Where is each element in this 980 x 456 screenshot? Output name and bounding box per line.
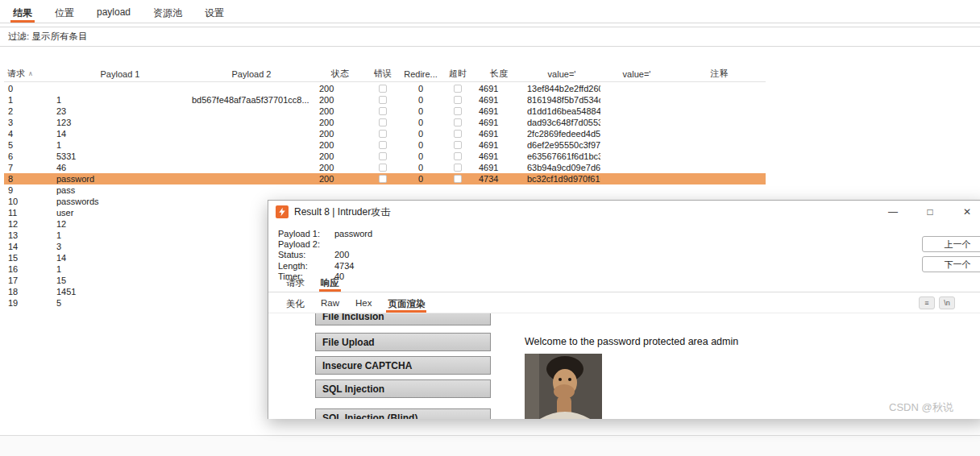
popup-titlebar[interactable]: Result 8 | Intruder攻击 — □ ✕ xyxy=(268,201,980,223)
dvwa-menu-button[interactable]: File Inclusion xyxy=(315,313,491,325)
column-header[interactable]: Payload 2 xyxy=(188,66,315,81)
error-checkbox[interactable] xyxy=(379,141,387,149)
length-cell: 4691 xyxy=(475,83,523,94)
error-checkbox-cell xyxy=(365,83,401,94)
newline-toggle-icon[interactable]: \n xyxy=(939,296,955,309)
tab-hex[interactable]: Hex xyxy=(347,292,380,313)
redirect-cell: 0 xyxy=(401,94,441,106)
table-row[interactable]: 5120004691d6ef2e95550c3f979b... xyxy=(4,139,766,151)
length-cell: 4691 xyxy=(475,162,523,173)
error-checkbox[interactable] xyxy=(379,96,387,104)
payload1-cell: 123 xyxy=(52,117,188,128)
table-row[interactable]: 9pass xyxy=(4,184,766,196)
payload1-cell: 14 xyxy=(52,252,188,263)
column-header[interactable]: 超时 xyxy=(441,66,475,81)
timeout-checkbox[interactable] xyxy=(454,152,462,160)
length-cell: 4691 xyxy=(475,106,523,117)
value1-cell: 13ef844b2e2ffd2607... xyxy=(523,83,600,94)
comment-cell xyxy=(673,162,766,173)
tab-settings[interactable]: 设置 xyxy=(193,0,235,23)
column-header[interactable]: value=' xyxy=(600,66,673,81)
error-checkbox[interactable] xyxy=(379,85,387,93)
timeout-checkbox[interactable] xyxy=(454,130,462,138)
timeout-checkbox[interactable] xyxy=(454,175,462,183)
payload1-cell: 5331 xyxy=(52,151,188,162)
table-row[interactable]: 11bd567fe48af7aa5f37701cc8...20004691816… xyxy=(4,94,766,106)
timeout-checkbox-cell xyxy=(441,139,475,151)
previous-result-button[interactable]: 上一个 xyxy=(922,236,980,252)
payload2-cell xyxy=(188,106,315,117)
tab-render[interactable]: 页面渲染 xyxy=(380,292,433,313)
status-cell xyxy=(315,184,365,196)
maximize-button[interactable]: □ xyxy=(911,201,949,223)
tab-payloads[interactable]: payload xyxy=(85,0,142,23)
wrap-lines-icon[interactable]: ≡ xyxy=(919,296,935,309)
error-checkbox[interactable] xyxy=(379,130,387,138)
close-button[interactable]: ✕ xyxy=(949,201,980,223)
format-icon-group: ≡ \n xyxy=(915,292,955,313)
dvwa-menu-button[interactable]: File Upload xyxy=(315,333,491,351)
tab-pretty[interactable]: 美化 xyxy=(278,292,313,313)
table-row[interactable]: 312320004691dad93c648f7d0553ef... xyxy=(4,117,766,128)
timeout-checkbox[interactable] xyxy=(454,107,462,115)
tab-positions[interactable]: 位置 xyxy=(44,0,85,23)
error-checkbox[interactable] xyxy=(379,164,387,172)
error-checkbox[interactable] xyxy=(379,118,387,126)
table-row[interactable]: 7462000469163b94a9cd09e7d651... xyxy=(4,162,766,173)
tab-response[interactable]: 响应 xyxy=(313,273,347,292)
next-result-button[interactable]: 下一个 xyxy=(922,256,980,272)
column-header[interactable]: 状态 xyxy=(315,66,365,81)
error-checkbox[interactable] xyxy=(379,152,387,160)
column-header[interactable]: value=' xyxy=(523,66,600,81)
filter-bar[interactable]: 过滤: 显示所有条目 xyxy=(0,27,980,47)
table-row[interactable]: 6533120004691e63567661f6d1bc3d... xyxy=(4,151,766,162)
detail-label: Status: xyxy=(278,250,334,259)
dvwa-menu-button[interactable]: Insecure CAPTCHA xyxy=(315,356,491,375)
burp-lightning-icon xyxy=(276,205,289,218)
request-id: 6 xyxy=(4,151,52,162)
payload1-cell: 15 xyxy=(52,275,188,286)
table-row[interactable]: 22320004691d1dd1d6bea548848... xyxy=(4,106,766,117)
timeout-checkbox[interactable] xyxy=(454,164,462,172)
column-header[interactable]: 长度 xyxy=(475,66,523,81)
table-row[interactable]: 8password20004734bc32cf1d9d970f6162... xyxy=(4,173,766,184)
timeout-checkbox[interactable] xyxy=(454,85,462,93)
column-header[interactable]: 请求∧ xyxy=(4,66,52,81)
error-checkbox[interactable] xyxy=(379,175,387,183)
detail-value: password xyxy=(334,229,372,238)
request-id: 18 xyxy=(4,286,52,297)
tab-request[interactable]: 请求 xyxy=(278,273,313,292)
timeout-checkbox-cell xyxy=(441,106,475,117)
column-header[interactable]: 错误 xyxy=(365,66,401,81)
table-row[interactable]: 02000469113ef844b2e2ffd2607... xyxy=(4,83,766,94)
dvwa-menu-button[interactable]: SQL Injection xyxy=(315,379,491,398)
value2-cell xyxy=(600,139,673,151)
payload1-cell: 1451 xyxy=(52,286,188,297)
burp-intruder-results-screen: 结果位置payload资源池设置 过滤: 显示所有条目 请求∧Payload 1… xyxy=(0,0,980,456)
request-id: 19 xyxy=(4,297,52,309)
timeout-checkbox[interactable] xyxy=(454,96,462,104)
error-checkbox-cell xyxy=(365,128,401,139)
detail-line: Status:200 xyxy=(278,250,980,260)
detail-label: Length: xyxy=(278,261,334,271)
timeout-checkbox-cell xyxy=(441,117,475,128)
detail-lines: Payload 1:passwordPayload 2:Status:200Le… xyxy=(278,228,980,282)
length-cell: 4691 xyxy=(475,117,523,128)
timeout-checkbox[interactable] xyxy=(454,118,462,126)
comment-cell xyxy=(673,106,766,117)
error-checkbox[interactable] xyxy=(379,107,387,115)
tab-results[interactable]: 结果 xyxy=(2,0,44,23)
column-header[interactable]: 注释 xyxy=(673,66,766,81)
timeout-checkbox[interactable] xyxy=(454,141,462,149)
minimize-button[interactable]: — xyxy=(874,201,911,223)
status-cell: 200 xyxy=(315,173,365,184)
table-row[interactable]: 414200046912fc2869fedeed4d5d6... xyxy=(4,128,766,139)
column-header[interactable]: Redire... xyxy=(401,66,441,81)
welcome-message: Welcome to the password protected area a… xyxy=(525,336,738,347)
tab-raw[interactable]: Raw xyxy=(313,292,347,313)
tab-resource-pool[interactable]: 资源池 xyxy=(142,0,193,23)
popup-title: Result 8 | Intruder攻击 xyxy=(294,205,390,219)
column-header[interactable]: Payload 1 xyxy=(52,66,188,81)
error-checkbox-cell xyxy=(365,184,401,196)
dvwa-menu-button[interactable]: SQL Injection (Blind) xyxy=(315,408,491,419)
